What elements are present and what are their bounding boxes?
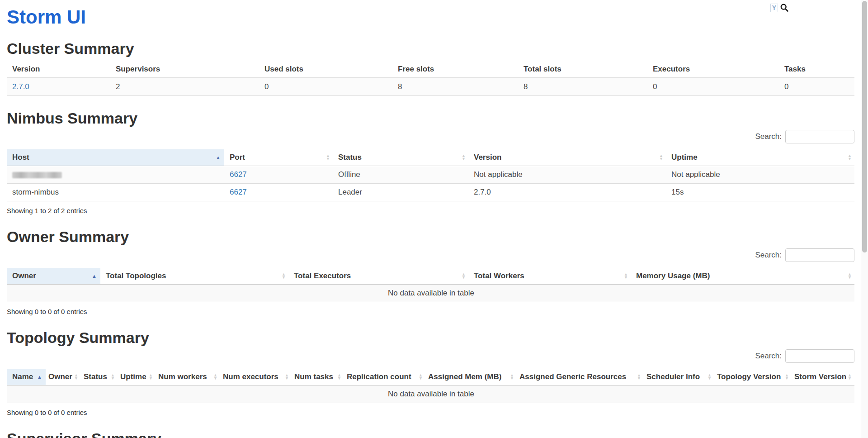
sort-asc-icon: ▲ xyxy=(92,274,97,279)
cluster-summary-heading: Cluster Summary xyxy=(7,40,854,57)
nimbus-search: Search: xyxy=(7,130,854,143)
cell-host: storm-nimbus xyxy=(7,184,224,201)
cell-uptime: 15s xyxy=(666,184,854,201)
supervisor-summary-heading: Supervisor Summary xyxy=(7,430,854,438)
column-header-num-executors[interactable]: Num executors▲▼ xyxy=(220,369,292,386)
search-input[interactable] xyxy=(785,349,854,363)
sort-asc-icon: ▲ xyxy=(216,155,221,160)
column-header-assigned-generic-resources[interactable]: Assigned Generic Resources▲▼ xyxy=(517,369,644,386)
column-header-total-executors[interactable]: Total Executors▲▼ xyxy=(288,268,468,285)
nimbus-summary-heading: Nimbus Summary xyxy=(7,110,854,127)
sort-icon: ▲▼ xyxy=(510,374,514,380)
sort-icon: ▲▼ xyxy=(419,374,423,380)
cell-used-slots: 0 xyxy=(259,78,392,96)
sort-icon: ▲▼ xyxy=(326,154,330,161)
column-header-total-slots: Total slots xyxy=(518,61,647,78)
section-owner-summary: Owner Summary Search: Owner▲Total Topolo… xyxy=(7,228,854,315)
header-row: Name▲Owner▲▼Status▲▼Uptime▲▼Num workers▲… xyxy=(7,369,854,386)
column-header-assigned-mem-mb[interactable]: Assigned Mem (MB)▲▼ xyxy=(425,369,517,386)
column-header-supervisors: Supervisors xyxy=(110,61,259,78)
column-header-status[interactable]: Status▲▼ xyxy=(333,149,468,166)
empty-row: No data available in table xyxy=(7,386,854,403)
column-header-owner[interactable]: Owner▲▼ xyxy=(46,369,81,386)
no-data-message: No data available in table xyxy=(7,285,854,302)
sort-icon: ▲▼ xyxy=(285,374,289,380)
cell-supervisors: 2 xyxy=(110,78,259,96)
column-header-tasks: Tasks xyxy=(779,61,854,78)
topology-search: Search: xyxy=(7,349,854,363)
column-header-host[interactable]: Host▲ xyxy=(7,149,224,166)
column-header-uptime[interactable]: Uptime▲▼ xyxy=(118,369,156,386)
table-row: 6627OfflineNot applicableNot applicable xyxy=(7,166,854,184)
cell-version: Not applicable xyxy=(468,166,666,184)
broken-image-icon: Y xyxy=(770,4,778,12)
search-label: Search: xyxy=(755,132,782,141)
sort-icon: ▲▼ xyxy=(624,273,628,279)
column-header-uptime[interactable]: Uptime▲▼ xyxy=(666,149,854,166)
section-topology-summary: Topology Summary Search: Name▲Owner▲▼Sta… xyxy=(7,329,854,416)
cell-port: 6627 xyxy=(224,166,333,184)
owner-entries-info: Showing 0 to 0 of 0 entries xyxy=(7,308,854,315)
sort-icon: ▲▼ xyxy=(337,374,341,380)
column-header-owner[interactable]: Owner▲ xyxy=(7,268,100,285)
header-row: Owner▲Total Topologies▲▼Total Executors▲… xyxy=(7,268,854,285)
page-title: Storm UI xyxy=(7,6,854,28)
column-header-total-topologies[interactable]: Total Topologies▲▼ xyxy=(100,268,288,285)
column-header-scheduler-info[interactable]: Scheduler Info▲▼ xyxy=(644,369,714,386)
column-header-status[interactable]: Status▲▼ xyxy=(81,369,118,386)
6627-link[interactable]: 6627 xyxy=(230,170,247,179)
sort-icon: ▲▼ xyxy=(213,374,217,380)
sort-icon: ▲▼ xyxy=(149,374,153,380)
sort-icon: ▲▼ xyxy=(848,273,852,279)
sort-asc-icon: ▲ xyxy=(37,375,42,380)
column-header-replication-count[interactable]: Replication count▲▼ xyxy=(344,369,425,386)
cell-uptime: Not applicable xyxy=(666,166,854,184)
cell-port: 6627 xyxy=(224,184,333,201)
column-header-memory-usage-mb[interactable]: Memory Usage (MB)▲▼ xyxy=(631,268,854,285)
column-header-port[interactable]: Port▲▼ xyxy=(224,149,333,166)
column-header-total-workers[interactable]: Total Workers▲▼ xyxy=(468,268,631,285)
cell-free-slots: 8 xyxy=(392,78,518,96)
owner-summary-heading: Owner Summary xyxy=(7,228,854,246)
redacted-host xyxy=(12,172,62,178)
section-nimbus-summary: Nimbus Summary Search: Host▲Port▲▼Status… xyxy=(7,110,854,214)
sort-icon: ▲▼ xyxy=(637,374,641,380)
2-7-0-link[interactable]: 2.7.0 xyxy=(12,82,29,91)
no-data-message: No data available in table xyxy=(7,386,854,403)
column-header-free-slots: Free slots xyxy=(392,61,518,78)
topology-summary-table: Name▲Owner▲▼Status▲▼Uptime▲▼Num workers▲… xyxy=(7,369,854,403)
vertical-scrollbar-track[interactable] xyxy=(861,0,868,438)
sort-icon: ▲▼ xyxy=(659,154,663,161)
topology-summary-heading: Topology Summary xyxy=(7,329,854,347)
column-header-num-workers[interactable]: Num workers▲▼ xyxy=(156,369,220,386)
nimbus-entries-info: Showing 1 to 2 of 2 entries xyxy=(7,207,854,214)
sort-icon: ▲▼ xyxy=(74,374,78,380)
nimbus-summary-table: Host▲Port▲▼Status▲▼Version▲▼Uptime▲▼6627… xyxy=(7,149,854,201)
column-header-executors: Executors xyxy=(647,61,779,78)
sort-icon: ▲▼ xyxy=(282,273,286,279)
header-row: Host▲Port▲▼Status▲▼Version▲▼Uptime▲▼ xyxy=(7,149,854,166)
section-cluster-summary: Cluster Summary VersionSupervisorsUsed s… xyxy=(7,40,854,96)
topology-entries-info: Showing 0 to 0 of 0 entries xyxy=(7,409,854,416)
column-header-num-tasks[interactable]: Num tasks▲▼ xyxy=(292,369,344,386)
header-row: VersionSupervisorsUsed slotsFree slotsTo… xyxy=(7,61,854,78)
owner-search: Search: xyxy=(7,248,854,262)
search-icon[interactable] xyxy=(780,3,789,12)
column-header-used-slots: Used slots xyxy=(259,61,392,78)
search-label: Search: xyxy=(755,251,782,260)
cell-total-slots: 8 xyxy=(518,78,647,96)
cell-status: Leader xyxy=(333,184,468,201)
6627-link[interactable]: 6627 xyxy=(230,188,247,196)
vertical-scrollbar-thumb[interactable] xyxy=(862,1,867,252)
table-row: storm-nimbus6627Leader2.7.015s xyxy=(7,184,854,201)
sort-icon: ▲▼ xyxy=(848,374,852,380)
column-header-storm-version[interactable]: Storm Version▲▼ xyxy=(792,369,854,386)
column-header-version[interactable]: Version▲▼ xyxy=(468,149,666,166)
cluster-summary-table: VersionSupervisorsUsed slotsFree slotsTo… xyxy=(7,61,854,96)
search-input[interactable] xyxy=(785,248,854,262)
search-input[interactable] xyxy=(785,130,854,143)
sort-icon: ▲▼ xyxy=(848,154,852,161)
column-header-topology-version[interactable]: Topology Version▲▼ xyxy=(714,369,792,386)
column-header-name[interactable]: Name▲ xyxy=(7,369,46,386)
sort-icon: ▲▼ xyxy=(708,374,712,380)
